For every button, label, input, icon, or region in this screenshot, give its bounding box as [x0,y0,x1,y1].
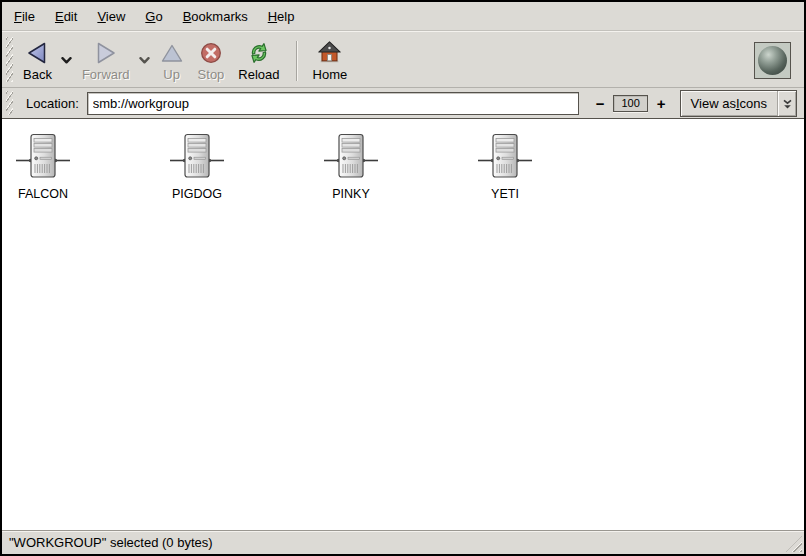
forward-arrow-icon [93,39,119,66]
server-icon [475,132,535,184]
menu-go[interactable]: Go [135,4,172,29]
home-group: Home [306,37,355,84]
zoom-level-indicator[interactable]: 100 [613,95,647,112]
back-button[interactable]: Back [16,37,59,84]
file-item-pigdog[interactable]: PIGDOG [158,132,236,201]
forward-label: Forward [82,67,130,82]
status-text: "WORKGROUP" selected (0 bytes) [9,535,213,550]
up-arrow-icon [160,39,184,66]
server-icon [321,132,381,184]
file-item-falcon[interactable]: FALCON [4,132,82,201]
server-icon [167,132,227,184]
locationbar-grip[interactable] [6,91,13,115]
server-icon [13,132,73,184]
file-item-label: FALCON [18,187,68,201]
toolbar-separator [296,41,297,81]
location-label: Location: [26,96,79,111]
menu-view[interactable]: View [87,4,135,29]
forward-dropdown-button[interactable] [137,50,153,68]
globe-sphere-icon [758,46,787,75]
file-item-label: PINKY [332,187,370,201]
home-button[interactable]: Home [306,37,355,84]
content-area[interactable]: FALCON PIGDOG PINKY YETI [2,118,804,531]
location-entry [87,92,579,115]
location-input[interactable] [87,92,579,115]
reload-label: Reload [238,67,279,82]
back-group: Back [16,37,75,84]
chevron-down-icon [139,50,150,68]
chevron-down-icon [61,50,72,68]
throbber-button [754,42,791,79]
up-button[interactable]: Up [153,37,191,84]
menu-bookmarks[interactable]: Bookmarks [173,4,258,29]
resize-grip[interactable] [786,536,802,552]
home-label: Home [313,67,348,82]
file-item-pinky[interactable]: PINKY [312,132,390,201]
zoom-out-button[interactable]: − [593,95,608,112]
menu-file[interactable]: File [4,4,45,29]
location-bar: Location: − 100 + View as Icons [2,88,804,118]
back-dropdown-button[interactable] [59,50,75,68]
forward-group: Forward [75,37,153,84]
menu-help[interactable]: Help [258,4,305,29]
menubar: FileEditViewGoBookmarksHelp [2,2,804,31]
home-house-icon [317,39,342,66]
toolbar-buttons: BackForwardUpStopReloadHome [16,34,354,85]
reload-group: Reload [231,37,286,84]
zoom-in-button[interactable]: + [654,95,669,112]
file-item-label: YETI [491,187,519,201]
file-manager-window: FileEditViewGoBookmarksHelp BackForwardU… [0,0,806,556]
forward-button[interactable]: Forward [75,37,137,84]
toolbar: BackForwardUpStopReloadHome [2,31,804,88]
stop-group: Stop [191,37,232,84]
toolbar-grip[interactable] [6,37,13,82]
dropdown-arrow-icon [777,91,796,116]
back-label: Back [23,67,52,82]
file-item-label: PIGDOG [172,187,222,201]
icon-grid: FALCON PIGDOG PINKY YETI [2,119,804,201]
reload-arrows-icon [246,39,272,66]
up-group: Up [153,37,191,84]
status-bar: "WORKGROUP" selected (0 bytes) [2,531,804,554]
stop-sign-icon [199,39,223,66]
back-arrow-icon [24,39,50,66]
stop-button[interactable]: Stop [191,37,232,84]
file-item-yeti[interactable]: YETI [466,132,544,201]
view-as-label: View as Icons [681,91,777,116]
reload-button[interactable]: Reload [231,37,286,84]
view-as-dropdown[interactable]: View as Icons [680,90,797,117]
up-label: Up [163,67,180,82]
menu-edit[interactable]: Edit [45,4,87,29]
stop-label: Stop [198,67,225,82]
